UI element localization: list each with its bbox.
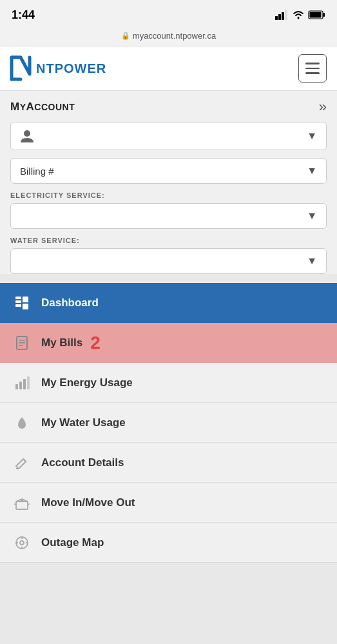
water-service-section: WATER SERVICE: ▼ <box>10 237 327 274</box>
nav-label-my-bills: My Bills <box>41 337 82 349</box>
move-icon <box>13 494 31 512</box>
svg-point-9 <box>24 130 30 137</box>
url-bar: 🔒 myaccount.ntpower.ca <box>0 28 337 46</box>
battery-icon <box>309 10 325 19</box>
my-account-section: MYACCOUNT » ▼ Billing # ▼ ELECTRICITY SE… <box>0 91 337 274</box>
nav-label-account-details: Account Details <box>41 456 124 469</box>
wifi-icon <box>292 10 305 20</box>
logo-icon <box>10 56 36 81</box>
svg-rect-1 <box>278 14 281 20</box>
svg-rect-11 <box>15 300 21 303</box>
nav-label-my-water-usage: My Water Usage <box>41 416 126 429</box>
svg-rect-17 <box>19 342 25 344</box>
nav-item-my-bills[interactable]: My Bills 2 <box>0 323 337 363</box>
svg-rect-14 <box>23 304 28 309</box>
water-dropdown[interactable]: ▼ <box>10 248 327 274</box>
svg-rect-20 <box>19 382 22 389</box>
svg-rect-22 <box>27 376 30 389</box>
billing-label: Billing # <box>20 166 54 177</box>
outage-map-icon <box>13 534 31 552</box>
account-details-icon <box>13 454 31 472</box>
nav-item-my-energy-usage[interactable]: My Energy Usage <box>0 363 337 403</box>
user-icon <box>20 129 34 143</box>
water-dropdown-arrow: ▼ <box>307 255 317 267</box>
nav-item-move-in-move-out[interactable]: Move In/Move Out <box>0 483 337 523</box>
billing-dropdown-arrow: ▼ <box>307 165 317 177</box>
svg-rect-6 <box>323 13 325 17</box>
water-icon <box>13 414 31 432</box>
hamburger-line-3 <box>305 72 320 74</box>
energy-icon <box>13 374 31 392</box>
svg-point-29 <box>20 541 24 545</box>
header: NTPOWER <box>0 46 337 91</box>
nav-label-my-energy-usage: My Energy Usage <box>41 376 133 389</box>
user-dropdown-arrow: ▼ <box>307 130 317 142</box>
nav-label-dashboard: Dashboard <box>41 297 99 309</box>
electricity-dropdown-arrow: ▼ <box>307 210 317 222</box>
my-bills-badge: 2 <box>90 334 101 352</box>
svg-rect-12 <box>15 304 21 307</box>
status-time: 1:44 <box>12 8 35 22</box>
electricity-dropdown[interactable]: ▼ <box>10 203 327 229</box>
hamburger-line-2 <box>305 68 320 70</box>
svg-rect-2 <box>282 12 284 20</box>
nav-item-my-water-usage[interactable]: My Water Usage <box>0 403 337 443</box>
electricity-service-label: ELECTRICITY SERVICE: <box>10 191 327 199</box>
hamburger-line-1 <box>305 63 320 64</box>
lock-icon: 🔒 <box>121 32 130 40</box>
svg-rect-0 <box>275 16 278 20</box>
my-account-chevron[interactable]: » <box>319 100 327 114</box>
my-account-header: MYACCOUNT » <box>10 100 327 114</box>
svg-rect-13 <box>23 297 28 302</box>
nav-label-outage-map: Outage Map <box>41 536 104 549</box>
svg-point-4 <box>298 17 300 19</box>
svg-rect-7 <box>310 12 322 18</box>
billing-dropdown[interactable]: Billing # ▼ <box>10 158 327 184</box>
svg-rect-10 <box>15 297 21 299</box>
electricity-service-section: ELECTRICITY SERVICE: ▼ <box>10 191 327 229</box>
svg-rect-21 <box>23 379 26 389</box>
url-text: myaccount.ntpower.ca <box>133 31 216 41</box>
nav-label-move-in-move-out: Move In/Move Out <box>41 496 135 509</box>
my-account-title: MYACCOUNT <box>10 101 75 113</box>
nav-item-outage-map[interactable]: Outage Map <box>0 523 337 563</box>
svg-rect-18 <box>19 345 23 346</box>
nav-item-account-details[interactable]: Account Details <box>0 443 337 483</box>
nav-item-dashboard[interactable]: Dashboard <box>0 283 337 323</box>
water-service-label: WATER SERVICE: <box>10 237 327 244</box>
svg-rect-3 <box>285 10 287 20</box>
logo: NTPOWER <box>10 56 106 81</box>
dashboard-icon <box>13 294 31 312</box>
status-bar: 1:44 <box>0 0 337 28</box>
signal-icon <box>275 10 288 20</box>
logo-text: NTPOWER <box>36 61 106 76</box>
svg-rect-16 <box>19 340 25 341</box>
status-icons <box>275 10 325 20</box>
svg-rect-19 <box>15 384 18 389</box>
bills-icon <box>13 334 31 352</box>
svg-rect-24 <box>16 502 28 509</box>
nav-section: Dashboard My Bills 2 My Energy Usage <box>0 283 337 563</box>
user-dropdown[interactable]: ▼ <box>10 122 327 150</box>
hamburger-button[interactable] <box>298 54 327 83</box>
